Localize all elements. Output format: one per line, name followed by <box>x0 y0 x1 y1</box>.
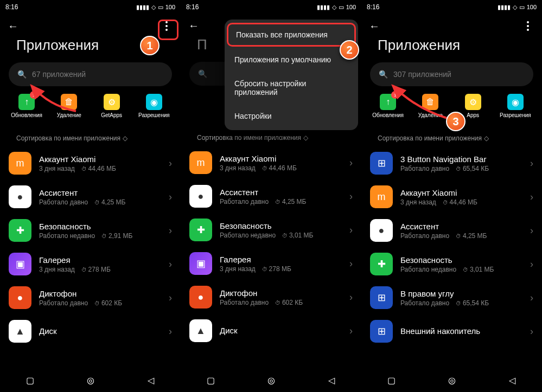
more-menu-button[interactable] <box>160 20 173 33</box>
app-meta: Работало давно65,54 КБ <box>400 165 522 172</box>
app-row[interactable]: mАккаунт Xiaomi3 дня назад44,46 МБ› <box>361 180 542 214</box>
app-text: Внешний накопитель <box>400 326 522 337</box>
nav-back[interactable]: ◁ <box>145 375 156 385</box>
back-button[interactable]: ← <box>188 20 199 32</box>
wifi-icon: ◇ <box>332 4 336 11</box>
quick-actions: ↑1 Обновления 🗑 Удаление ⚙ GetApps ◉ Раз… <box>0 94 181 124</box>
app-text: БезопасностьРаботало недавно3,01 МБ <box>400 255 522 273</box>
app-row[interactable]: ▲Диск› <box>0 314 181 348</box>
back-button[interactable]: ← <box>8 20 18 33</box>
app-icon: m <box>189 151 212 174</box>
menu-settings[interactable]: Настройки <box>225 104 358 128</box>
app-name: Диск <box>220 326 342 335</box>
app-text: БезопасностьРаботало недавно2,91 МБ <box>39 222 161 240</box>
uninstall-icon: 🗑 <box>422 94 438 110</box>
app-row[interactable]: ⊞Внешний накопитель› <box>361 314 542 348</box>
app-row[interactable]: ●ДиктофонРаботало давно602 КБ› <box>181 280 361 314</box>
app-row[interactable]: ⊞В правом углуРаботало давно65,54 КБ› <box>361 281 542 314</box>
sort-header[interactable]: Сортировка по имени приложения◇ <box>0 124 181 146</box>
chevron-right-icon: › <box>349 325 353 337</box>
nav-home[interactable]: ◎ <box>85 375 96 385</box>
chevron-right-icon: › <box>169 225 172 236</box>
app-row[interactable]: ▣Галерея3 дня назад278 МБ› <box>181 247 361 280</box>
sort-icon: ◇ <box>484 134 489 142</box>
app-name: Аккаунт Xiaomi <box>220 154 342 163</box>
quick-actions: ↑1 Обновления 🗑 Удаление ⚙ GetApps Apps … <box>361 94 542 124</box>
app-icon: ⊞ <box>370 152 393 175</box>
quick-uninstall[interactable]: 🗑 Удаление <box>48 94 90 118</box>
app-row[interactable]: ✚БезопасностьРаботало недавно2,91 МБ› <box>0 214 181 247</box>
signal-icon: ▮▮▮▮ <box>317 4 330 11</box>
nav-recents[interactable]: ▢ <box>206 375 216 385</box>
quick-permissions[interactable]: ◉ Разрешения <box>494 94 537 118</box>
app-text: АссистентРаботало давно4,25 МБ <box>400 222 522 240</box>
chevron-right-icon: › <box>169 326 172 337</box>
battery-icon: ▭ <box>339 4 344 11</box>
app-icon: ✚ <box>9 219 31 242</box>
nav-home[interactable]: ◎ <box>447 375 457 385</box>
nav-home[interactable]: ◎ <box>266 375 277 385</box>
app-name: Безопасность <box>400 255 522 265</box>
back-button[interactable]: ← <box>369 20 380 33</box>
app-icon: m <box>9 152 31 175</box>
menu-show-all-apps[interactable]: Показать все приложения <box>227 23 356 47</box>
sort-icon: ◇ <box>303 134 308 142</box>
app-text: 3 Button Navigation BarРаботало давно65,… <box>400 155 522 172</box>
quick-updates[interactable]: ↑1 Обновления <box>5 94 48 118</box>
nav-back[interactable]: ◁ <box>326 375 337 385</box>
app-icon: ✚ <box>189 219 212 241</box>
app-row[interactable]: mАккаунт Xiaomi3 дня назад44,46 МБ› <box>181 146 361 179</box>
app-meta: 3 дня назад278 МБ <box>39 266 161 273</box>
app-icon: ▣ <box>189 252 212 275</box>
app-row[interactable]: ●АссистентРаботало давно4,25 МБ› <box>361 214 542 247</box>
nav-recents[interactable]: ▢ <box>25 375 36 385</box>
permissions-icon: ◉ <box>507 94 524 110</box>
menu-reset-app-prefs[interactable]: Сбросить настройки приложений <box>225 72 358 104</box>
search-input[interactable]: 🔍 307 приложений <box>370 62 533 86</box>
nav-recents[interactable]: ▢ <box>386 375 397 385</box>
quick-uninstall[interactable]: 🗑 Удаление <box>409 94 451 118</box>
quick-getapps[interactable]: ⚙ GetApps <box>91 94 133 118</box>
app-row[interactable]: ▲Диск› <box>181 314 361 348</box>
app-row[interactable]: ●АссистентРаботало давно4,25 МБ› <box>181 179 361 213</box>
more-menu-button[interactable] <box>521 20 534 33</box>
clock: 8:16 <box>5 3 18 11</box>
app-row[interactable]: ✚БезопасностьРаботало недавно3,01 МБ› <box>181 213 361 247</box>
search-icon: 🔍 <box>17 70 27 79</box>
chevron-right-icon: › <box>530 326 533 337</box>
app-meta: 3 дня назад44,46 МБ <box>39 165 161 172</box>
chevron-right-icon: › <box>349 191 353 202</box>
battery-icon: ▭ <box>158 4 163 11</box>
sort-header[interactable]: Сортировка по имени приложения◇ <box>361 124 542 146</box>
app-icon: ● <box>370 219 393 242</box>
app-icon: ⊞ <box>370 320 393 343</box>
app-text: АссистентРаботало давно4,25 МБ <box>39 188 161 206</box>
app-row[interactable]: ⊞3 Button Navigation BarРаботало давно65… <box>361 146 542 180</box>
quick-permissions[interactable]: ◉ Разрешения <box>133 94 175 118</box>
chevron-right-icon: › <box>349 292 353 303</box>
app-text: ДиктофонРаботало давно602 КБ <box>39 289 161 307</box>
app-text: Диск <box>220 326 342 336</box>
quick-getapps[interactable]: ⚙ GetApps Apps <box>452 94 494 118</box>
sort-icon: ◇ <box>123 134 127 142</box>
app-name: Галерея <box>220 255 342 264</box>
app-meta: Работало давно65,54 КБ <box>400 299 522 307</box>
nav-back[interactable]: ◁ <box>507 375 518 385</box>
app-row[interactable]: mАккаунт Xiaomi3 дня назад44,46 МБ› <box>0 146 181 180</box>
app-row[interactable]: ▣Галерея3 дня назад278 МБ› <box>0 247 181 281</box>
app-name: Диск <box>39 326 161 336</box>
app-row[interactable]: ●АссистентРаботало давно4,25 МБ› <box>0 180 181 214</box>
app-row[interactable]: ✚БезопасностьРаботало недавно3,01 МБ› <box>361 247 542 281</box>
app-row[interactable]: ●ДиктофонРаботало давно602 КБ› <box>0 281 181 314</box>
uninstall-icon: 🗑 <box>61 94 77 110</box>
quick-updates[interactable]: ↑1 Обновления <box>367 94 409 118</box>
search-input[interactable]: 🔍 67 приложений <box>9 62 172 86</box>
app-text: В правом углуРаботало давно65,54 КБ <box>400 289 522 307</box>
battery-icon: ▭ <box>519 4 525 11</box>
permissions-icon: ◉ <box>146 94 162 110</box>
app-meta: Работало недавно3,01 МБ <box>400 266 522 273</box>
signal-icon: ▮▮▮▮ <box>498 4 511 11</box>
menu-default-apps[interactable]: Приложения по умолчанию <box>225 48 358 72</box>
app-icon: ▲ <box>9 320 31 343</box>
phone-screen-3: 8:16 ▮▮▮▮ ◇ ▭ 100 ← Приложения 🔍 307 при… <box>361 0 542 392</box>
